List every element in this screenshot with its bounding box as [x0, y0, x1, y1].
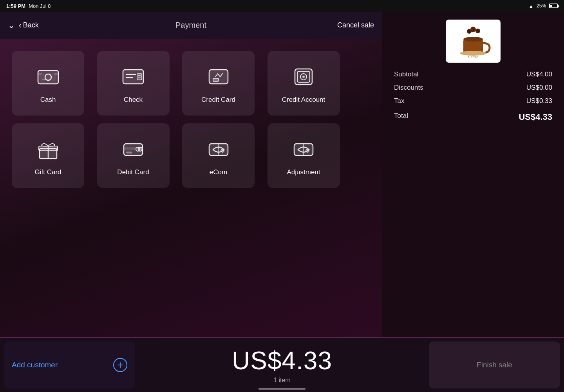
subtotal-label: Subtotal	[394, 70, 418, 78]
discounts-row: Discounts US$0.00	[394, 84, 552, 92]
svg-point-28	[221, 149, 224, 152]
nav-bar: ⌄ ‹ Back Payment Cancel sale	[0, 12, 382, 39]
svg-rect-23	[126, 152, 132, 154]
total-row: Total US$4.33	[394, 112, 552, 122]
cash-icon	[34, 63, 62, 90]
status-date: Mon Jul 8	[29, 3, 51, 9]
dropdown-chevron-icon[interactable]: ⌄	[8, 20, 15, 31]
add-customer-button[interactable]: Add customer +	[4, 341, 135, 388]
ecom-payment-button[interactable]: eCom	[182, 123, 255, 188]
check-label: Check	[124, 96, 143, 104]
tax-row: Tax US$0.33	[394, 97, 552, 105]
gift-card-payment-button[interactable]: Gift Card	[12, 123, 84, 188]
credit-account-label: Credit Account	[282, 96, 325, 104]
status-bar: 1:59 PM Mon Jul 8 25%	[0, 0, 564, 12]
ecom-icon	[205, 135, 232, 163]
debit-card-icon	[119, 135, 147, 163]
credit-account-icon	[290, 63, 317, 90]
debit-card-payment-button[interactable]: Debit Card	[97, 123, 170, 188]
battery-icon	[549, 4, 558, 8]
bottom-bar: Add customer + US$4.33 1 item Finish sal…	[0, 337, 564, 392]
svg-rect-13	[213, 78, 219, 81]
total-label: Total	[394, 112, 408, 122]
cancel-sale-button[interactable]: Cancel sale	[337, 21, 374, 29]
order-summary-panel: Coffee HOUSE Subtotal US$4.00 Discounts …	[382, 12, 564, 392]
gift-card-label: Gift Card	[34, 168, 61, 176]
adjustment-label: Adjustment	[287, 168, 320, 176]
back-arrow-icon: ‹	[19, 21, 22, 30]
svg-rect-12	[209, 70, 228, 84]
svg-point-33	[463, 37, 483, 42]
cash-payment-button[interactable]: Cash	[12, 51, 84, 116]
bottom-total-amount: US$4.33	[232, 346, 332, 375]
discounts-value: US$0.00	[526, 84, 552, 92]
svg-point-17	[302, 76, 305, 78]
add-customer-plus-icon: +	[113, 358, 127, 372]
svg-text:Coffee: Coffee	[468, 55, 478, 59]
tax-value: US$0.33	[526, 97, 552, 105]
store-logo: Coffee HOUSE	[446, 20, 501, 63]
home-indicator	[258, 388, 306, 390]
adjustment-payment-button[interactable]: Adjustment	[268, 123, 340, 188]
gift-card-icon	[34, 135, 62, 163]
credit-card-payment-button[interactable]: Credit Card	[182, 51, 255, 116]
total-display-area: US$4.33 1 item	[139, 346, 425, 384]
item-count: 1 item	[273, 377, 291, 384]
finish-sale-button[interactable]: Finish sale	[429, 341, 560, 388]
check-payment-button[interactable]: Check	[97, 51, 170, 116]
debit-card-label: Debit Card	[117, 168, 149, 176]
back-label: Back	[23, 21, 39, 29]
back-button[interactable]: ‹ Back	[19, 21, 39, 30]
ecom-label: eCom	[210, 168, 227, 176]
credit-account-payment-button[interactable]: Credit Account	[268, 51, 340, 116]
subtotal-row: Subtotal US$4.00	[394, 70, 552, 78]
total-value: US$4.33	[519, 112, 552, 122]
svg-rect-9	[137, 74, 142, 80]
check-icon	[119, 63, 147, 90]
adjustment-icon	[290, 135, 317, 163]
credit-card-label: Credit Card	[201, 96, 235, 104]
battery-percentage: 25%	[537, 3, 546, 9]
status-time: 1:59 PM	[6, 3, 25, 9]
finish-sale-label: Finish sale	[477, 361, 512, 369]
page-title: Payment	[175, 21, 206, 30]
cash-label: Cash	[40, 96, 56, 104]
credit-card-icon	[205, 63, 232, 90]
discounts-label: Discounts	[394, 84, 423, 92]
subtotal-value: US$4.00	[526, 70, 552, 78]
wifi-icon	[529, 3, 533, 9]
tax-label: Tax	[394, 97, 404, 105]
svg-point-31	[306, 149, 309, 152]
add-customer-label: Add customer	[12, 361, 58, 369]
payment-methods-area: Cash Check	[0, 39, 382, 337]
payment-grid: Cash Check	[12, 51, 345, 188]
svg-rect-3	[38, 73, 42, 75]
svg-point-25	[138, 147, 142, 151]
svg-rect-4	[54, 73, 58, 75]
